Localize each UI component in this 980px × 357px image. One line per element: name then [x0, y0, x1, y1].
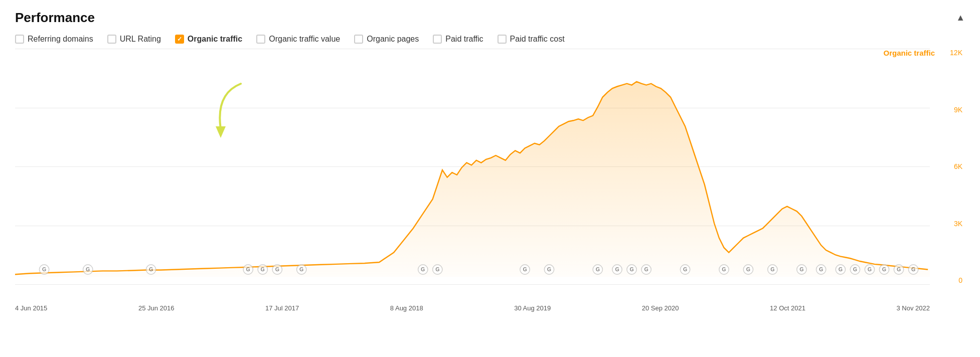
- x-label: 8 Aug 2018: [390, 304, 423, 312]
- filter-organic-pages[interactable]: Organic pages: [354, 35, 419, 44]
- filter-organic-traffic[interactable]: Organic traffic: [175, 35, 242, 44]
- y-label-12k: 12K: [950, 49, 965, 57]
- widget-header: Performance ▲: [15, 10, 965, 26]
- x-label: 3 Nov 2022: [896, 304, 930, 312]
- y-label-0: 0: [950, 276, 965, 284]
- checkbox-referring-domains[interactable]: [15, 35, 24, 44]
- filter-label-organic-pages: Organic pages: [367, 35, 419, 44]
- line-chart: G G G G G G G G G G G: [15, 49, 930, 277]
- y-label-6k: 6K: [950, 162, 965, 170]
- svg-text:G: G: [596, 266, 600, 272]
- filter-organic-traffic-value[interactable]: Organic traffic value: [256, 35, 340, 44]
- filter-label-organic-traffic: Organic traffic: [188, 35, 242, 44]
- svg-text:G: G: [275, 266, 279, 272]
- y-axis: 12K 9K 6K 3K 0: [950, 49, 965, 314]
- filter-referring-domains[interactable]: Referring domains: [15, 35, 93, 44]
- y-label-3k: 3K: [950, 220, 965, 228]
- svg-text:G: G: [149, 266, 153, 272]
- collapse-button[interactable]: ▲: [956, 13, 965, 23]
- filter-label-organic-traffic-value: Organic traffic value: [269, 35, 340, 44]
- svg-text:G: G: [853, 266, 857, 272]
- x-axis: 4 Jun 201525 Jun 201617 Jul 20178 Aug 20…: [15, 287, 930, 314]
- checkbox-organic-traffic[interactable]: [175, 35, 184, 44]
- x-label: 30 Aug 2019: [514, 304, 551, 312]
- filter-url-rating[interactable]: URL Rating: [107, 35, 161, 44]
- svg-text:G: G: [615, 266, 619, 272]
- svg-text:G: G: [261, 266, 265, 272]
- checkbox-organic-traffic-value[interactable]: [256, 35, 265, 44]
- filter-label-url-rating: URL Rating: [120, 35, 161, 44]
- svg-text:G: G: [911, 266, 915, 272]
- svg-text:G: G: [299, 266, 303, 272]
- checkbox-organic-pages[interactable]: [354, 35, 363, 44]
- svg-text:G: G: [819, 266, 823, 272]
- x-label: 20 Sep 2020: [642, 304, 679, 312]
- svg-text:G: G: [523, 266, 527, 272]
- x-label: 4 Jun 2015: [15, 304, 47, 312]
- svg-text:G: G: [868, 266, 872, 272]
- chart-area: Organic traffic: [15, 49, 965, 314]
- filter-label-paid-traffic: Paid traffic: [445, 35, 483, 44]
- svg-text:G: G: [683, 266, 687, 272]
- filter-paid-traffic-cost[interactable]: Paid traffic cost: [498, 35, 565, 44]
- grid-line-4: [15, 284, 930, 285]
- x-label: 12 Oct 2021: [770, 304, 805, 312]
- svg-text:G: G: [86, 266, 90, 272]
- annotation-arrow: [201, 79, 261, 144]
- svg-text:G: G: [629, 266, 633, 272]
- x-label: 25 Jun 2016: [138, 304, 175, 312]
- svg-text:G: G: [42, 266, 46, 272]
- performance-widget: Performance ▲ Referring domainsURL Ratin…: [0, 0, 980, 357]
- svg-text:G: G: [746, 266, 750, 272]
- checkbox-url-rating[interactable]: [107, 35, 116, 44]
- filter-paid-traffic[interactable]: Paid traffic: [433, 35, 483, 44]
- checkbox-paid-traffic[interactable]: [433, 35, 442, 44]
- svg-text:G: G: [799, 266, 803, 272]
- widget-title: Performance: [15, 10, 95, 26]
- x-label: 17 Jul 2017: [265, 304, 299, 312]
- svg-text:G: G: [770, 266, 774, 272]
- filter-label-referring-domains: Referring domains: [28, 35, 93, 44]
- svg-text:G: G: [882, 266, 886, 272]
- y-label-9k: 9K: [950, 106, 965, 114]
- svg-text:G: G: [435, 266, 439, 272]
- filter-bar: Referring domainsURL RatingOrganic traff…: [15, 35, 965, 44]
- svg-text:G: G: [421, 266, 425, 272]
- svg-text:G: G: [722, 266, 726, 272]
- svg-text:G: G: [547, 266, 551, 272]
- checkbox-paid-traffic-cost[interactable]: [498, 35, 507, 44]
- svg-text:G: G: [644, 266, 648, 272]
- svg-text:G: G: [246, 266, 250, 272]
- svg-marker-54: [216, 126, 226, 138]
- svg-text:G: G: [839, 266, 843, 272]
- svg-text:G: G: [897, 266, 901, 272]
- filter-label-paid-traffic-cost: Paid traffic cost: [510, 35, 565, 44]
